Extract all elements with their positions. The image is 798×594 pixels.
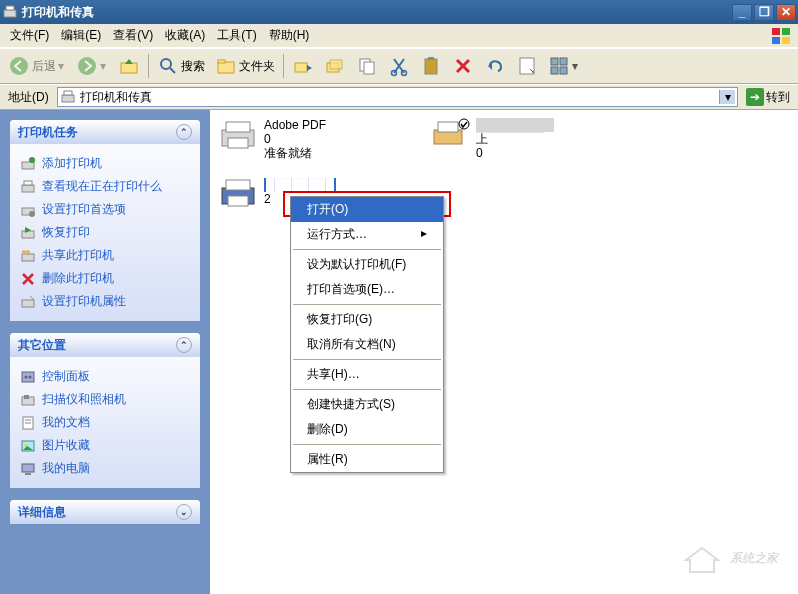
task-resume[interactable]: 恢复打印 bbox=[20, 221, 190, 244]
panel-header-details[interactable]: 详细信息 ⌄ bbox=[10, 500, 200, 524]
printer-queue-icon bbox=[20, 179, 36, 195]
svg-rect-54 bbox=[228, 138, 248, 148]
ctx-resume[interactable]: 恢复打印(G) bbox=[291, 307, 443, 332]
separator bbox=[293, 389, 441, 390]
ctx-cancel-all[interactable]: 取消所有文档(N) bbox=[291, 332, 443, 357]
house-icon bbox=[682, 542, 722, 574]
minimize-button[interactable]: _ bbox=[732, 4, 752, 21]
panel-header-tasks[interactable]: 打印机任务 ⌃ bbox=[10, 120, 200, 144]
up-button[interactable] bbox=[114, 53, 144, 79]
maximize-button[interactable]: ❐ bbox=[754, 4, 774, 21]
network-printer-icon bbox=[430, 118, 470, 150]
menu-favorites[interactable]: 收藏(A) bbox=[159, 25, 211, 46]
printer-fax-icon bbox=[60, 89, 76, 105]
svg-rect-15 bbox=[330, 60, 342, 69]
separator bbox=[293, 249, 441, 250]
task-add-printer[interactable]: 添加打印机 bbox=[20, 152, 190, 175]
task-share[interactable]: 共享此打印机 bbox=[20, 244, 190, 267]
menu-help[interactable]: 帮助(H) bbox=[263, 25, 316, 46]
printer-name: Adobe PDF bbox=[264, 118, 326, 132]
menu-file[interactable]: 文件(F) bbox=[4, 25, 55, 46]
ctx-run-as[interactable]: 运行方式… bbox=[291, 222, 443, 247]
watermark-text: 系统之家 bbox=[730, 550, 778, 567]
svg-rect-44 bbox=[24, 395, 29, 399]
svg-rect-24 bbox=[560, 58, 567, 65]
paste-icon bbox=[420, 55, 442, 77]
control-panel-icon bbox=[20, 369, 36, 385]
panel-header-other[interactable]: 其它位置 ⌃ bbox=[10, 333, 200, 357]
go-button[interactable]: ➔ 转到 bbox=[742, 88, 794, 106]
paste-button[interactable] bbox=[416, 53, 446, 79]
svg-rect-32 bbox=[24, 181, 32, 185]
printer-item-network[interactable]: ████████ 2 上 0 bbox=[430, 118, 554, 160]
cut-button[interactable] bbox=[384, 53, 414, 79]
task-preferences[interactable]: 设置打印首选项 bbox=[20, 198, 190, 221]
context-menu: 打开(O) 运行方式… 设为默认打印机(F) 打印首选项(E)… 恢复打印(G)… bbox=[290, 196, 444, 473]
svg-rect-53 bbox=[226, 122, 250, 132]
computer-icon bbox=[20, 461, 36, 477]
copy-button[interactable] bbox=[352, 53, 382, 79]
views-button[interactable]: ▾ bbox=[544, 53, 584, 79]
menu-view[interactable]: 查看(V) bbox=[107, 25, 159, 46]
separator bbox=[293, 444, 441, 445]
svg-point-57 bbox=[459, 119, 469, 129]
svg-rect-4 bbox=[772, 37, 780, 44]
place-control-panel[interactable]: 控制面板 bbox=[20, 365, 190, 388]
task-properties[interactable]: 设置打印机属性 bbox=[20, 290, 190, 313]
printer-prefs-icon bbox=[20, 202, 36, 218]
views-icon bbox=[548, 55, 570, 77]
place-my-documents[interactable]: 我的文档 bbox=[20, 411, 190, 434]
svg-rect-25 bbox=[551, 67, 558, 74]
copy-icon bbox=[356, 55, 378, 77]
folders-icon bbox=[215, 55, 237, 77]
ctx-preferences[interactable]: 打印首选项(E)… bbox=[291, 277, 443, 302]
search-button[interactable]: 搜索 bbox=[153, 53, 209, 79]
svg-point-7 bbox=[78, 57, 96, 75]
properties-button[interactable] bbox=[512, 53, 542, 79]
svg-rect-12 bbox=[218, 60, 225, 63]
move-to-button[interactable] bbox=[288, 53, 318, 79]
svg-point-38 bbox=[26, 250, 30, 254]
address-label: 地址(D) bbox=[4, 89, 53, 106]
close-button[interactable]: ✕ bbox=[776, 4, 796, 21]
svg-point-42 bbox=[29, 375, 32, 378]
collapse-icon: ⌃ bbox=[176, 337, 192, 353]
printer-icon bbox=[218, 118, 258, 150]
ctx-delete[interactable]: 删除(D) bbox=[291, 417, 443, 442]
printer-name: ████████ bbox=[264, 178, 336, 192]
svg-rect-51 bbox=[25, 473, 31, 475]
delete-button[interactable] bbox=[448, 53, 478, 79]
printer-item-adobe-pdf[interactable]: Adobe PDF 0 准备就绪 bbox=[218, 118, 326, 160]
ctx-properties[interactable]: 属性(R) bbox=[291, 447, 443, 472]
menu-edit[interactable]: 编辑(E) bbox=[55, 25, 107, 46]
menubar: 文件(F) 编辑(E) 查看(V) 收藏(A) 工具(T) 帮助(H) bbox=[0, 24, 798, 48]
printer-fax-icon bbox=[2, 4, 18, 20]
address-dropdown-button[interactable]: ▾ bbox=[719, 90, 735, 104]
task-view-queue[interactable]: 查看现在正在打印什么 bbox=[20, 175, 190, 198]
place-my-computer[interactable]: 我的电脑 bbox=[20, 457, 190, 480]
place-pictures[interactable]: 图片收藏 bbox=[20, 434, 190, 457]
go-label: 转到 bbox=[766, 89, 790, 106]
menu-tools[interactable]: 工具(T) bbox=[211, 25, 262, 46]
svg-rect-28 bbox=[64, 91, 72, 95]
ctx-share[interactable]: 共享(H)… bbox=[291, 362, 443, 387]
window-controls: _ ❐ ✕ bbox=[732, 4, 796, 21]
panel-title: 详细信息 bbox=[18, 504, 66, 521]
address-field[interactable]: 打印机和传真 ▾ bbox=[57, 87, 738, 107]
place-scanners[interactable]: 扫描仪和照相机 bbox=[20, 388, 190, 411]
sidebar: 打印机任务 ⌃ 添加打印机 查看现在正在打印什么 设置打印首选项 恢复打印 共享… bbox=[0, 110, 210, 594]
ctx-set-default[interactable]: 设为默认打印机(F) bbox=[291, 252, 443, 277]
task-delete[interactable]: 删除此打印机 bbox=[20, 267, 190, 290]
back-label: 后退 bbox=[32, 58, 56, 75]
ctx-open[interactable]: 打开(O) bbox=[291, 197, 443, 222]
folders-button[interactable]: 文件夹 bbox=[211, 53, 279, 79]
copy-to-icon bbox=[324, 55, 346, 77]
forward-button[interactable]: ▾ bbox=[72, 53, 112, 79]
svg-rect-29 bbox=[22, 162, 34, 169]
ctx-shortcut[interactable]: 创建快捷方式(S) bbox=[291, 392, 443, 417]
copy-to-button[interactable] bbox=[320, 53, 350, 79]
move-to-icon bbox=[292, 55, 314, 77]
undo-button[interactable] bbox=[480, 53, 510, 79]
back-button[interactable]: 后退 ▾ bbox=[4, 53, 70, 79]
svg-line-10 bbox=[170, 68, 175, 73]
